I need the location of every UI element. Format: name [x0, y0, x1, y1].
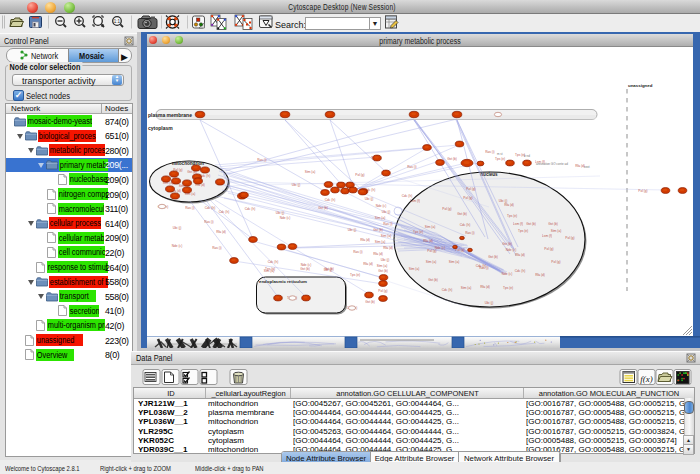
svg-text:Gst (b): Gst (b) — [447, 157, 457, 161]
svg-text:Cdc (h): Cdc (h) — [515, 269, 525, 273]
svg-text:Nde (c): Nde (c) — [502, 272, 512, 276]
svg-text:Ubi (j): Ubi (j) — [292, 183, 301, 187]
svg-text:Ubi (j): Ubi (j) — [485, 301, 494, 305]
svg-text:Gst (b): Gst (b) — [378, 269, 388, 273]
svg-text:Nde (c): Nde (c) — [376, 204, 386, 208]
svg-text:Ras (i): Ras (i) — [353, 250, 362, 254]
svg-text:next: next — [584, 165, 590, 169]
svg-text:1:1: 1:1 — [114, 19, 121, 24]
svg-text:Stm (a): Stm (a) — [449, 260, 459, 264]
svg-text:Pol (g): Pol (g) — [544, 247, 553, 251]
svg-text:Lsm (f): Lsm (f) — [410, 199, 420, 203]
svg-text:Gst (b): Gst (b) — [373, 228, 383, 232]
svg-text:Tps (e): Tps (e) — [503, 286, 513, 290]
svg-text:Gst (b): Gst (b) — [428, 278, 438, 282]
svg-text:Ubi (j): Ubi (j) — [173, 226, 182, 230]
svg-text:Rfa (d): Rfa (d) — [423, 239, 433, 243]
svg-text:annotation GO conte ad: annotation GO conte ad — [536, 162, 568, 166]
svg-text:Rfa (d): Rfa (d) — [216, 230, 226, 234]
svg-text:Cdc (h): Cdc (h) — [268, 260, 278, 264]
svg-text:Pol (g): Pol (g) — [455, 248, 464, 252]
svg-text:Pol (g): Pol (g) — [427, 249, 436, 253]
svg-text:cytoplasm: cytoplasm — [148, 125, 173, 131]
svg-text:Rfa (d): Rfa (d) — [515, 253, 525, 257]
svg-text:Tps (e): Tps (e) — [413, 230, 423, 234]
svg-text:Nde (c): Nde (c) — [506, 248, 516, 252]
svg-text:Lsm (f): Lsm (f) — [542, 234, 552, 238]
svg-text:Pol (g): Pol (g) — [355, 173, 364, 177]
svg-text:Rfa (d): Rfa (d) — [480, 285, 490, 289]
svg-text:Cdc (h): Cdc (h) — [442, 288, 452, 292]
svg-text:plasma membrane: plasma membrane — [148, 112, 192, 118]
svg-text:Pol (g): Pol (g) — [466, 187, 475, 191]
svg-text:Gst (b): Gst (b) — [526, 222, 536, 226]
svg-text:b nd: b nd — [524, 154, 530, 158]
svg-text:Cdc (h): Cdc (h) — [245, 207, 255, 211]
svg-text:Stm (a): Stm (a) — [375, 216, 385, 220]
svg-text:Gst (b): Gst (b) — [457, 212, 467, 216]
svg-text:f(x): f(x) — [640, 374, 653, 384]
svg-text:Stm (a): Stm (a) — [305, 170, 315, 174]
svg-text:Cdc (h): Cdc (h) — [402, 194, 412, 198]
svg-text:Gst (b): Gst (b) — [318, 206, 328, 210]
svg-text:Ras (i): Ras (i) — [204, 220, 213, 224]
svg-text:Gst (b): Gst (b) — [300, 267, 310, 271]
svg-text:Ras (i): Ras (i) — [185, 206, 194, 210]
svg-text:Pol (g): Pol (g) — [565, 236, 574, 240]
svg-text:Ras (i): Ras (i) — [212, 246, 221, 250]
svg-text:Pol (g): Pol (g) — [638, 189, 647, 193]
svg-text:Tps (e): Tps (e) — [507, 214, 517, 218]
svg-text:Stm (a): Stm (a) — [461, 286, 471, 290]
svg-text:Ubi (j): Ubi (j) — [381, 258, 390, 262]
svg-text:Ras (i): Ras (i) — [479, 266, 488, 270]
svg-text:Ubi (j): Ubi (j) — [348, 228, 357, 232]
svg-text:Ubi (j): Ubi (j) — [276, 211, 285, 215]
svg-text:unassigned: unassigned — [628, 83, 653, 88]
svg-text:Gst (b): Gst (b) — [502, 242, 512, 246]
svg-text:Stm (a): Stm (a) — [375, 240, 385, 244]
svg-text:Stm (a): Stm (a) — [426, 260, 436, 264]
svg-text:Cdc (h): Cdc (h) — [460, 223, 470, 227]
svg-text:Cdc (h): Cdc (h) — [325, 198, 335, 202]
svg-text:Pol (g): Pol (g) — [463, 196, 472, 200]
svg-text:Rfa (d): Rfa (d) — [504, 203, 514, 207]
svg-text:m st: m st — [497, 152, 503, 156]
svg-text:Nde (c): Nde (c) — [280, 216, 290, 220]
svg-text:Ubi (j): Ubi (j) — [382, 210, 391, 214]
svg-text:Gst (b): Gst (b) — [488, 255, 498, 259]
svg-text:Ras (i): Ras (i) — [485, 150, 494, 154]
svg-text:Ras (i): Ras (i) — [407, 165, 416, 169]
svg-text:Cdc (h): Cdc (h) — [219, 210, 229, 214]
svg-text:Pol (g): Pol (g) — [442, 207, 451, 211]
svg-text:Nde (c): Nde (c) — [172, 244, 182, 248]
svg-text:Ras (i): Ras (i) — [383, 222, 392, 226]
svg-text:Pol (g): Pol (g) — [551, 260, 560, 264]
svg-text:Rfa (d): Rfa (d) — [383, 246, 393, 250]
svg-text:Stm (a): Stm (a) — [377, 264, 387, 268]
svg-text:Stm (a): Stm (a) — [425, 225, 435, 229]
svg-text:Stm (a): Stm (a) — [409, 267, 419, 271]
svg-text:Ras (i): Ras (i) — [465, 231, 474, 235]
svg-text:Stm (a): Stm (a) — [264, 269, 274, 273]
svg-text:Rfa (d): Rfa (d) — [373, 252, 383, 256]
svg-text:Tps (e): Tps (e) — [518, 229, 528, 233]
svg-text:Gst (b): Gst (b) — [548, 222, 558, 226]
svg-text:Stm (a): Stm (a) — [381, 234, 391, 238]
svg-text:Tps (e): Tps (e) — [495, 157, 505, 161]
svg-text:Rfa (d): Rfa (d) — [535, 273, 545, 277]
svg-text:Stm (a): Stm (a) — [551, 229, 561, 233]
svg-text:Pol (g): Pol (g) — [378, 289, 387, 293]
svg-text:mitochondrion: mitochondrion — [172, 161, 204, 166]
svg-text:Ras (i): Ras (i) — [257, 158, 266, 162]
svg-text:Lsm (f): Lsm (f) — [513, 222, 523, 226]
svg-text:Gst (b): Gst (b) — [365, 300, 375, 304]
svg-text:Ubi (j): Ubi (j) — [324, 268, 333, 272]
svg-text:Tps (e): Tps (e) — [350, 273, 360, 277]
svg-text:Rfa (d): Rfa (d) — [360, 238, 370, 242]
svg-text:Ubi (j): Ubi (j) — [365, 197, 374, 201]
svg-text:Rfa (d): Rfa (d) — [363, 262, 373, 266]
svg-text:Cdc (h): Cdc (h) — [205, 206, 215, 210]
